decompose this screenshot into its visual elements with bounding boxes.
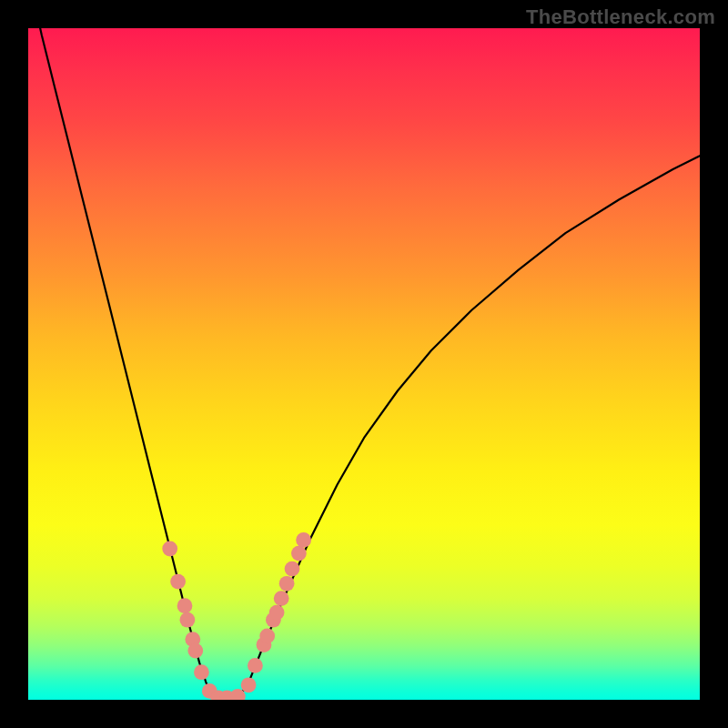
- marker-dot: [296, 532, 311, 548]
- marker-dot: [187, 643, 203, 659]
- marker-dot: [269, 605, 285, 621]
- marker-dot: [241, 677, 257, 693]
- marker-dot: [291, 546, 307, 561]
- curve-left-curve: [28, 28, 213, 696]
- chart-svg: [28, 28, 700, 700]
- marker-dot: [194, 664, 209, 680]
- curve-right-curve: [240, 156, 701, 696]
- chart-frame: TheBottleneck.com: [0, 0, 728, 728]
- watermark-text: TheBottleneck.com: [526, 5, 715, 29]
- marker-dot: [177, 598, 193, 613]
- marker-dot: [274, 591, 289, 606]
- marker-dot: [259, 629, 275, 644]
- marker-dot: [285, 561, 300, 577]
- marker-dot: [162, 541, 177, 557]
- plot-area: [28, 28, 700, 700]
- marker-dot: [180, 612, 196, 628]
- marker-dot: [248, 658, 263, 673]
- marker-dot: [170, 574, 186, 590]
- marker-dot: [279, 576, 295, 592]
